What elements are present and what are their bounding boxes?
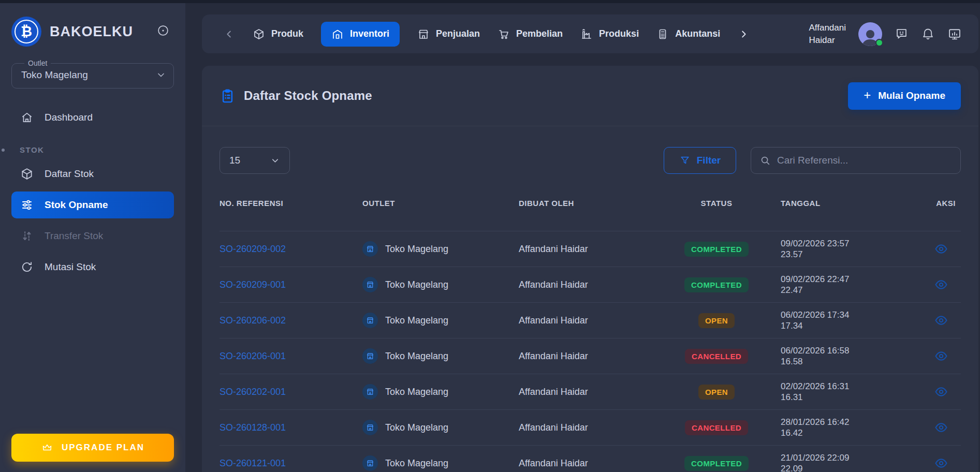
sidebar-item-label: Mutasi Stok (45, 261, 96, 273)
status-badge: CANCELLED (685, 420, 748, 435)
page-size-value: 15 (229, 155, 240, 166)
upgrade-plan-label: UPGRADE PLAN (62, 443, 144, 453)
eye-icon[interactable] (932, 418, 950, 437)
card-header: Daftar Stock Opname + Mulai Opname (220, 66, 961, 126)
search-input[interactable] (777, 155, 952, 166)
tab-produk[interactable]: Produk (253, 28, 303, 40)
sidebar-item-mutasi-stok[interactable]: Mutasi Stok (11, 254, 174, 281)
calculator-icon (656, 28, 669, 40)
outlet-name: Toko Magelang (385, 279, 448, 290)
filter-button[interactable]: Filter (664, 147, 736, 174)
eye-icon[interactable] (932, 311, 950, 330)
ref-link[interactable]: SO-260128-001 (220, 422, 286, 433)
mulai-opname-label: Mulai Opname (878, 90, 945, 101)
col-header-referensi: NO. REFERENSI (220, 199, 362, 208)
date-line1: 09/02/2026 22:47 (781, 274, 932, 285)
created-by: Affandani Haidar (519, 244, 588, 254)
date-line1: 02/02/2026 16:31 (781, 381, 932, 392)
date-line2: 22.09 (781, 463, 932, 472)
date-line2: 23.57 (781, 249, 932, 260)
upgrade-plan-button[interactable]: UPGRADE PLAN (11, 434, 174, 462)
ref-link[interactable]: SO-260121-001 (220, 458, 286, 468)
date-line1: 06/02/2026 17:34 (781, 309, 932, 320)
eye-icon[interactable] (932, 454, 950, 472)
tab-label: Pembelian (516, 28, 563, 39)
tab-inventori[interactable]: Inventori (321, 22, 400, 47)
ref-link[interactable]: SO-260206-002 (220, 315, 286, 326)
ref-link[interactable]: SO-260209-001 (220, 279, 286, 290)
ref-link[interactable]: SO-260209-002 (220, 244, 286, 254)
factory-icon (580, 28, 593, 40)
sidebar-item-label: Transfer Stok (45, 230, 103, 242)
bell-icon[interactable] (921, 27, 935, 41)
brand: ₿ BAKOELKU (11, 17, 174, 47)
monitor-icon[interactable] (947, 27, 962, 41)
avatar[interactable] (858, 22, 882, 46)
sliders-icon (20, 198, 34, 212)
table-controls: 15 Filter (220, 147, 961, 174)
tab-penjualan[interactable]: Penjualan (417, 28, 480, 40)
eye-icon[interactable] (932, 382, 950, 401)
collapse-sidebar-icon[interactable] (156, 24, 170, 37)
cart-icon (498, 28, 510, 40)
tab-label: Akuntansi (675, 28, 720, 39)
sidebar-item-dashboard[interactable]: Dashboard (11, 104, 174, 131)
divider (202, 126, 978, 126)
date-line1: 06/02/2026 16:58 (781, 345, 932, 356)
date-cell: 28/01/2026 16:42 16.42 (781, 417, 932, 438)
sidebar-item-daftar-stok[interactable]: Daftar Stok (11, 160, 174, 187)
store-circle-icon (362, 277, 378, 292)
outlet-name: Toko Magelang (385, 315, 448, 326)
sidebar-item-transfer-stok[interactable]: Transfer Stok (11, 223, 174, 249)
user-name: Affandani Haidar (809, 22, 846, 47)
tab-akuntansi[interactable]: Akuntansi (656, 28, 720, 40)
app-root: ₿ BAKOELKU Outlet Toko Magelang (0, 3, 980, 472)
chevron-down-icon (156, 70, 166, 80)
chevron-right-icon[interactable] (738, 28, 749, 40)
col-header-status: STATUS (672, 199, 761, 208)
date-line2: 16.42 (781, 427, 932, 438)
col-header-aksi: AKSI (932, 199, 961, 208)
tab-pembelian[interactable]: Pembelian (498, 28, 563, 40)
ref-link[interactable]: SO-260202-001 (220, 387, 286, 397)
sidebar-nav: Dashboard STOK Daftar Stok (11, 104, 174, 281)
search-icon (759, 155, 771, 166)
crown-icon (41, 441, 53, 454)
table-row: SO-260121-001 Toko Magelang Affandani Ha… (220, 445, 961, 472)
date-line2: 16.31 (781, 392, 932, 403)
date-line2: 16.58 (781, 356, 932, 367)
col-header-tanggal: TANGGAL (761, 199, 932, 208)
brand-name: BAKOELKU (50, 24, 133, 40)
ref-link[interactable]: SO-260206-001 (220, 351, 286, 361)
date-cell: 09/02/2026 23:57 23.57 (781, 238, 932, 260)
chevron-down-icon (270, 156, 280, 166)
tab-label: Inventori (350, 28, 389, 39)
section-dot (2, 149, 5, 152)
date-line1: 09/02/2026 23:57 (781, 238, 932, 249)
date-line1: 21/01/2026 22:09 (781, 452, 932, 463)
sidebar: ₿ BAKOELKU Outlet Toko Magelang (0, 3, 185, 472)
date-cell: 09/02/2026 22:47 22.47 (781, 274, 932, 296)
table-body: SO-260209-002 Toko Magelang Affandani Ha… (220, 231, 961, 472)
outlet-select[interactable]: Outlet Toko Magelang (11, 59, 174, 89)
online-status-dot (875, 39, 883, 47)
chat-icon[interactable] (895, 27, 909, 41)
eye-icon[interactable] (932, 275, 950, 294)
mulai-opname-button[interactable]: + Mulai Opname (848, 82, 961, 110)
sidebar-item-stok-opname[interactable]: Stok Opname (11, 191, 174, 218)
funnel-icon (679, 155, 691, 166)
col-header-dibuat-oleh: DIBUAT OLEH (519, 199, 672, 208)
sidebar-item-label: Stok Opname (45, 199, 108, 211)
plus-icon: + (864, 89, 871, 101)
tab-produksi[interactable]: Produksi (580, 28, 639, 40)
home-icon (20, 111, 34, 124)
date-cell: 21/01/2026 22:09 22.09 (781, 452, 932, 472)
eye-icon[interactable] (932, 347, 950, 365)
eye-icon[interactable] (932, 240, 950, 258)
cube-icon (20, 167, 34, 181)
filter-label: Filter (697, 155, 721, 166)
warehouse-icon (331, 28, 344, 40)
chevron-left-icon[interactable] (224, 28, 235, 40)
date-cell: 06/02/2026 16:58 16.58 (781, 345, 932, 367)
page-size-select[interactable]: 15 (220, 147, 290, 174)
